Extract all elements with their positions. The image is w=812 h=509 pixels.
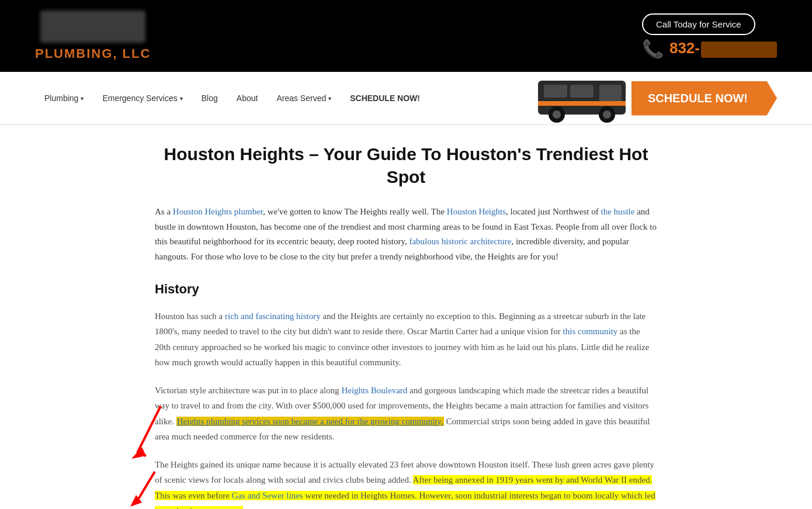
svg-marker-13 bbox=[130, 495, 142, 507]
svg-rect-3 bbox=[570, 85, 594, 98]
schedule-now-button[interactable]: SCHEDULE NOW! bbox=[631, 81, 777, 116]
svg-rect-8 bbox=[538, 101, 626, 106]
main-content: Houston Heights – Your Guide To Houston'… bbox=[143, 125, 669, 509]
nav-links: Plumbing ▾ Emergency Services ▾ Blog Abo… bbox=[35, 83, 429, 113]
community-link[interactable]: this community bbox=[563, 327, 618, 336]
header-contact: Call Today for Service 📞 832- bbox=[642, 13, 777, 59]
gas-sewer-link[interactable]: Gas and Sewer lines bbox=[232, 491, 303, 500]
svg-marker-10 bbox=[131, 447, 146, 459]
nav-item-about[interactable]: About bbox=[227, 83, 268, 113]
history-paragraph-3-area: The Heights gained its unique name becau… bbox=[155, 457, 657, 509]
svg-point-5 bbox=[553, 110, 561, 119]
hustle-link[interactable]: the hustle bbox=[601, 207, 635, 216]
plumbing-services-link[interactable]: Heights plumbing services soon became a … bbox=[176, 417, 444, 426]
chevron-down-icon: ▾ bbox=[328, 95, 331, 102]
phone-number: 832- bbox=[669, 39, 777, 57]
houston-heights-link[interactable]: Houston Heights bbox=[447, 207, 506, 216]
nav-item-blog[interactable]: Blog bbox=[192, 83, 227, 113]
history-paragraph-1: Houston has such a rich and fascinating … bbox=[155, 309, 657, 370]
nav-item-areas[interactable]: Areas Served ▾ bbox=[267, 83, 341, 113]
architecture-link[interactable]: fabulous historic architecture bbox=[409, 237, 511, 246]
phone-icon: 📞 bbox=[642, 39, 664, 59]
history-heading: History bbox=[155, 282, 657, 297]
svg-rect-1 bbox=[599, 85, 622, 102]
svg-line-12 bbox=[137, 472, 155, 501]
chevron-down-icon: ▾ bbox=[180, 95, 183, 102]
nav-item-plumbing[interactable]: Plumbing ▾ bbox=[35, 83, 93, 113]
call-button[interactable]: Call Today for Service bbox=[642, 13, 755, 35]
highlighted-text: After being annexed in 1919 years went b… bbox=[155, 475, 655, 509]
history-paragraph-3: The Heights gained its unique name becau… bbox=[155, 457, 657, 509]
rich-history-link[interactable]: rich and fascinating history bbox=[225, 311, 321, 321]
svg-rect-2 bbox=[544, 85, 567, 98]
navigation-bar: Plumbing ▾ Emergency Services ▾ Blog Abo… bbox=[0, 72, 812, 125]
svg-line-11 bbox=[137, 453, 146, 456]
heights-blvd-link[interactable]: Heights Boulevard bbox=[341, 386, 407, 395]
van-image bbox=[532, 72, 631, 124]
chevron-down-icon: ▾ bbox=[81, 95, 84, 102]
houston-heights-plumber-link[interactable]: Houston Heights plumber bbox=[173, 207, 263, 216]
phone-row: 📞 832- bbox=[642, 39, 777, 59]
schedule-banner: SCHEDULE NOW! bbox=[532, 72, 777, 124]
logo-image bbox=[40, 11, 145, 43]
history-paragraph-2: Victorian style architecture was put in … bbox=[155, 383, 657, 444]
nav-item-schedule[interactable]: SCHEDULE NOW! bbox=[341, 83, 429, 113]
nav-item-emergency[interactable]: Emergency Services ▾ bbox=[93, 83, 192, 113]
logo-area: PLUMBING, LLC bbox=[35, 11, 151, 61]
history-paragraph-2-area: Victorian style architecture was put in … bbox=[155, 383, 657, 444]
site-header: PLUMBING, LLC Call Today for Service 📞 8… bbox=[0, 0, 812, 72]
page-title: Houston Heights – Your Guide To Houston'… bbox=[155, 143, 657, 188]
phone-number-blurred bbox=[701, 41, 777, 58]
svg-point-7 bbox=[603, 110, 611, 119]
intro-paragraph: As a Houston Heights plumber, we've gott… bbox=[155, 205, 657, 264]
logo-text: PLUMBING, LLC bbox=[35, 46, 151, 61]
